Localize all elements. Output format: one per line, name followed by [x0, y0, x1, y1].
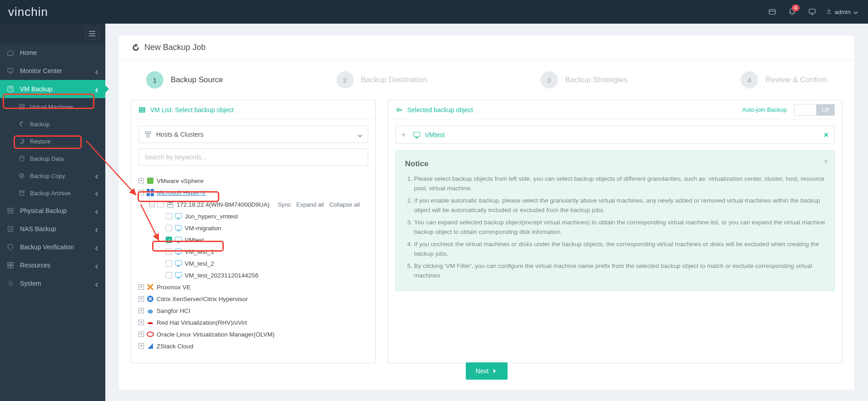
tree-label: 172.18.22.4(WIN-BM74000D9UA)	[177, 201, 270, 208]
nav-nas-backup[interactable]: NAS Backup	[0, 220, 105, 238]
expand-icon[interactable]: +	[138, 284, 144, 290]
svg-rect-43	[175, 249, 182, 253]
svg-rect-29	[147, 178, 153, 184]
action-collapse-all[interactable]: Collapse all	[329, 201, 360, 208]
chevron-icon	[94, 281, 99, 286]
view-selector[interactable]: Hosts & Clusters	[138, 126, 368, 143]
remove-icon[interactable]: ✕	[824, 131, 829, 139]
tree-label: Oracle Linux Virtualization Manager(OLVM…	[157, 331, 275, 338]
svg-rect-7	[20, 107, 21, 109]
nav-home[interactable]: Home	[0, 44, 105, 62]
svg-rect-35	[168, 202, 172, 203]
vm-icon	[175, 224, 182, 232]
svg-rect-25	[139, 111, 145, 112]
checkbox[interactable]	[166, 248, 172, 255]
tree-node-proxmox[interactable]: +Proxmox VE	[138, 281, 368, 293]
nav-backup-verification[interactable]: Backup Verification	[0, 238, 105, 256]
checkbox[interactable]	[166, 225, 172, 231]
bell-icon[interactable]: 4	[782, 0, 802, 24]
vmlist-header: VM List: Select backup object	[131, 100, 375, 119]
checkbox[interactable]	[158, 201, 164, 208]
tree-node-citrix[interactable]: +Citrix XenServer/Citrix Hypervisor	[138, 293, 368, 305]
svg-rect-3	[8, 69, 13, 72]
step-number: 4	[741, 71, 758, 89]
nav-virtual-machines[interactable]: Virtual Machines	[0, 98, 105, 115]
expand-icon[interactable]: +	[138, 296, 144, 302]
user-menu[interactable]: admin	[826, 9, 858, 15]
plus-icon[interactable]: +	[401, 131, 409, 139]
nav-resources[interactable]: Resources	[0, 256, 105, 274]
svg-rect-45	[175, 261, 182, 265]
panel: New Backup Job 1 Backup Source 2 Backup …	[119, 35, 854, 390]
expand-icon[interactable]: +	[138, 320, 144, 325]
step-4[interactable]: 4 Review & Confirm	[741, 71, 827, 89]
notice-title: Notice	[405, 158, 825, 170]
next-button[interactable]: Next	[466, 362, 508, 380]
expand-icon[interactable]: +	[138, 343, 144, 349]
tree-node-vm[interactable]: Jon_hyperv_vmtest	[138, 210, 368, 222]
tree-node-host[interactable]: − 172.18.22.4(WIN-BM74000D9UA) Sync Expa…	[138, 198, 368, 210]
expand-icon[interactable]: +	[138, 332, 144, 337]
svg-rect-31	[151, 189, 154, 192]
svg-point-9	[20, 156, 24, 158]
collapse-icon[interactable]: −	[149, 202, 155, 207]
nav-vm-backup[interactable]: VM Backup	[0, 80, 105, 98]
nav-backup[interactable]: Backup	[0, 115, 105, 133]
tree-node-vsphere[interactable]: + VMware vSphere	[138, 175, 368, 187]
tree-node-sangfor[interactable]: +Sangfor HCI	[138, 305, 368, 317]
svg-rect-28	[147, 135, 149, 137]
checkbox-checked[interactable]	[166, 237, 172, 243]
step-1[interactable]: 1 Backup Source	[146, 71, 223, 89]
nav-backup-archive[interactable]: Backup Archive	[0, 184, 105, 202]
selected-vm-row[interactable]: + VMtest ✕	[395, 126, 835, 144]
sidebar-toggle[interactable]	[85, 28, 99, 40]
vmlist-controls: Hosts & Clusters	[131, 119, 375, 172]
svg-rect-16	[8, 227, 13, 232]
tree-label: Red Hat Virtualization(RHV)/oVirt	[157, 319, 247, 326]
nav-backup-copy[interactable]: Backup Copy	[0, 167, 105, 184]
tree-node-vm[interactable]: VM_test_1	[138, 246, 368, 257]
nav-physical-backup[interactable]: Physical Backup	[0, 202, 105, 220]
svg-rect-38	[177, 218, 180, 219]
action-expand-all[interactable]: Expand all	[296, 201, 324, 208]
nav-monitor-center[interactable]: Monitor Center	[0, 62, 105, 80]
expand-icon[interactable]: +	[138, 178, 144, 183]
vm-icon	[175, 213, 182, 220]
cluster-icon	[144, 131, 152, 138]
selector-value: Hosts & Clusters	[156, 131, 203, 138]
checkbox[interactable]	[166, 213, 172, 219]
inbox-icon[interactable]	[762, 0, 782, 24]
nav-restore[interactable]: Restore	[0, 133, 105, 150]
svg-rect-39	[175, 225, 182, 230]
notice-item: By clicking 'VM Filter', you can configu…	[414, 262, 825, 281]
tree-node-vm[interactable]: VM_test_2	[138, 257, 368, 269]
vsphere-icon	[147, 177, 154, 184]
tree-label: VM_test_1	[185, 248, 214, 255]
vm-icon	[413, 131, 420, 139]
svg-rect-46	[177, 266, 180, 267]
nav-backup-data[interactable]: Backup Data	[0, 150, 105, 167]
autojoin-switch[interactable]: On Off	[794, 104, 835, 116]
tree-label-link[interactable]: Microsoft Hyper-V	[157, 189, 206, 196]
tree-node-vm[interactable]: VM-migration	[138, 222, 368, 234]
checkbox[interactable]	[166, 272, 172, 278]
tree-node-olvm[interactable]: +Oracle Linux Virtualization Manager(OLV…	[138, 328, 368, 340]
close-icon[interactable]: ×	[824, 156, 828, 168]
action-sync[interactable]: Sync	[278, 201, 291, 208]
step-3[interactable]: 3 Backup Strategies	[541, 71, 628, 89]
tree-node-zstack[interactable]: +ZStack Cloud	[138, 340, 368, 352]
monitor-icon[interactable]	[802, 0, 822, 24]
nav-label: NAS Backup	[20, 225, 56, 233]
tree-node-redhat[interactable]: +Red Hat Virtualization(RHV)/oVirt	[138, 317, 368, 328]
svg-rect-10	[21, 175, 24, 178]
step-2[interactable]: 2 Backup Destination	[336, 71, 427, 89]
search-input[interactable]	[138, 149, 368, 166]
tree-node-vm-checked[interactable]: VMtest	[138, 234, 368, 246]
vm-backup-icon	[6, 85, 15, 93]
collapse-icon[interactable]: −	[138, 190, 144, 195]
tree-node-vm[interactable]: VM_test_20231120144256	[138, 269, 368, 281]
expand-icon[interactable]: +	[138, 308, 144, 313]
nav-system[interactable]: System	[0, 274, 105, 292]
tree-node-hyperv[interactable]: − Microsoft Hyper-V	[138, 187, 368, 198]
checkbox[interactable]	[166, 260, 172, 267]
